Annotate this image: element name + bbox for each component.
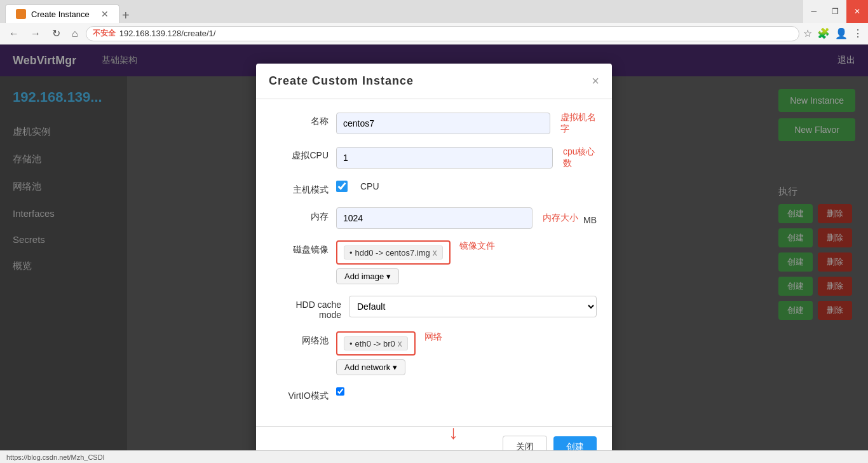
restore-button[interactable]: ❐ [824, 0, 846, 23]
insecure-badge: 不安全 [93, 28, 116, 39]
network-tag-box: • eth0 -> br0 x [336, 331, 416, 356]
form-row-hostmode: 主机模式 CPU [271, 181, 597, 196]
cpu-control: cpu核心数 [336, 146, 597, 169]
address-bar[interactable]: 不安全 192.168.139.128/create/1/ [86, 26, 799, 41]
name-control: 虚拟机名字 [336, 112, 597, 135]
hostmode-control: CPU [336, 181, 597, 192]
hdd-cache-control: Default none writethrough writeback dire… [349, 296, 597, 317]
bookmark-button[interactable]: ☆ [803, 27, 812, 39]
network-tag: • eth0 -> br0 x [344, 336, 408, 350]
forward-button[interactable]: → [27, 27, 44, 41]
network-control: • eth0 -> br0 x Add network ▾ [336, 331, 597, 375]
memory-input[interactable] [336, 207, 532, 229]
form-row-name: 名称 虚拟机名字 [271, 112, 597, 135]
form-row-hddcache: HDD cache mode Default none writethrough… [271, 296, 597, 320]
memory-hint: 内存大小 [543, 212, 578, 224]
minimize-button[interactable]: ─ [803, 0, 824, 23]
browser-tab[interactable]: Create Instance ✕ [5, 4, 119, 23]
disk-tag: • hdd0 -> centos7.img x [344, 245, 443, 259]
memory-unit: MB [583, 211, 597, 225]
form-row-disk: 磁盘镜像 • hdd0 -> centos7.img x [271, 240, 597, 284]
disk-label: 磁盘镜像 [271, 240, 329, 256]
form-row-network: 网络池 • eth0 -> br0 x [271, 331, 597, 375]
disk-tag-box: • hdd0 -> centos7.img x [336, 240, 451, 265]
refresh-button[interactable]: ↻ [48, 26, 64, 41]
status-bar: https://blog.csdn.net/Mzh_CSDl [0, 450, 868, 463]
hostmode-checkbox[interactable] [336, 181, 348, 192]
disk-control: • hdd0 -> centos7.img x Add image ▾ [336, 240, 597, 284]
back-button[interactable]: ← [5, 27, 23, 41]
red-arrow-icon: ↓ [449, 422, 458, 443]
hostmode-label: 主机模式 [271, 181, 329, 196]
virtio-checkbox[interactable] [336, 387, 344, 396]
form-row-memory: 内存 内存大小 MB [271, 207, 597, 229]
add-network-button[interactable]: Add network ▾ [336, 359, 405, 375]
cpu-label: 虚拟CPU [271, 146, 329, 162]
cpu-input[interactable] [336, 147, 553, 169]
page-wrapper: WebVirtMgr 基础架构 退出 192.168.139... 虚机实例 存… [0, 45, 868, 463]
disk-hint: 镜像文件 [459, 240, 495, 252]
cpu-hint: cpu核心数 [563, 146, 597, 169]
name-label: 名称 [271, 112, 329, 127]
disk-tag-text: hdd0 -> centos7.img [355, 248, 430, 258]
modal-body: 名称 虚拟机名字 虚拟CPU cpu核心数 主机模式 [256, 99, 612, 426]
add-image-button[interactable]: Add image ▾ [336, 268, 399, 284]
profile-button[interactable]: 👤 [835, 27, 848, 39]
tab-favicon [16, 9, 26, 19]
hdd-cache-label: HDD cache mode [271, 296, 341, 320]
new-tab-button[interactable]: + [122, 8, 130, 23]
memory-control: 内存大小 MB [336, 207, 597, 229]
menu-button[interactable]: ⋮ [853, 27, 863, 39]
close-button[interactable]: ✕ [846, 0, 868, 23]
virtio-control [336, 387, 597, 398]
virtio-label: VirtIO模式 [271, 387, 329, 402]
name-input[interactable] [336, 113, 550, 134]
cpu-text: CPU [360, 181, 379, 191]
tab-close-btn[interactable]: ✕ [101, 9, 109, 19]
address-text: 192.168.139.128/create/1/ [119, 29, 216, 38]
name-hint: 虚拟机名字 [560, 112, 597, 135]
modal-close-button[interactable]: × [592, 74, 599, 88]
modal-dialog: Create Custom Instance × 名称 虚拟机名字 虚拟CPU [256, 64, 612, 463]
network-tag-text: eth0 -> br0 [355, 339, 395, 349]
network-label: 网络池 [271, 331, 329, 347]
modal-overlay: Create Custom Instance × 名称 虚拟机名字 虚拟CPU [0, 45, 868, 463]
network-hint: 网络 [424, 331, 442, 343]
modal-title: Create Custom Instance [269, 74, 414, 88]
network-tag-remove[interactable]: x [398, 338, 402, 349]
form-row-virtio: VirtIO模式 [271, 387, 597, 402]
extensions-button[interactable]: 🧩 [817, 27, 830, 39]
tab-title: Create Instance [31, 10, 90, 19]
hdd-cache-select[interactable]: Default none writethrough writeback dire… [349, 296, 597, 317]
memory-label: 内存 [271, 207, 329, 223]
form-row-cpu: 虚拟CPU cpu核心数 [271, 146, 597, 169]
disk-tag-remove[interactable]: x [433, 247, 437, 258]
status-url: https://blog.csdn.net/Mzh_CSDl [6, 453, 104, 461]
modal-header: Create Custom Instance × [256, 64, 612, 99]
home-button[interactable]: ⌂ [68, 27, 82, 41]
